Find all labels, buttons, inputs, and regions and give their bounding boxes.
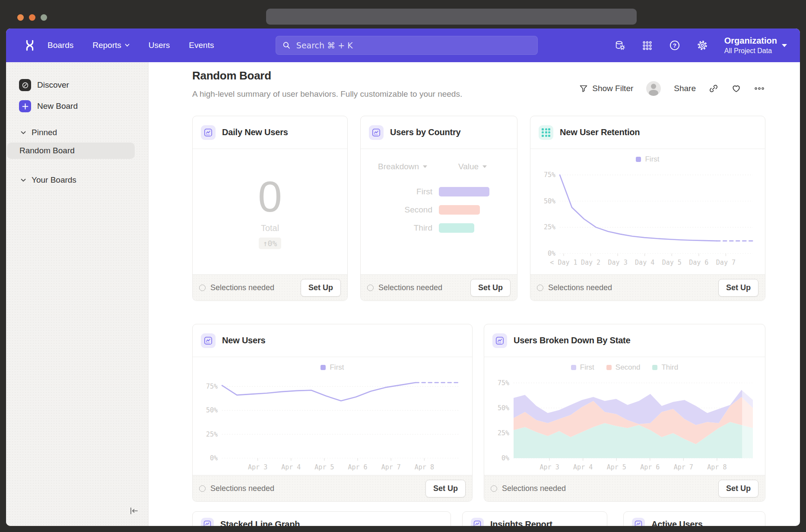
svg-text:Apr 8: Apr 8	[415, 463, 434, 471]
legend-item: Third	[652, 363, 678, 372]
window-zoom-button[interactable]	[41, 14, 47, 21]
more-options-button[interactable]	[754, 87, 765, 90]
bar-second	[439, 205, 480, 215]
svg-text:Apr 7: Apr 7	[674, 463, 693, 471]
nav-item-label: Users	[149, 41, 170, 50]
share-button[interactable]: Share	[674, 84, 696, 93]
nav-item-reports[interactable]: Reports	[92, 41, 130, 50]
show-filter-button[interactable]: Show Filter	[579, 84, 633, 93]
bar-third	[439, 223, 474, 233]
breakdown-dropdown[interactable]: Breakdown	[378, 162, 427, 171]
bar-row: Second	[361, 205, 517, 215]
svg-text:Apr 5: Apr 5	[607, 463, 626, 471]
help-icon[interactable]: ?	[669, 40, 680, 51]
copy-link-button[interactable]	[709, 84, 718, 93]
chart-legend: FirstSecondThird	[484, 363, 765, 372]
set-up-button[interactable]: Set Up	[718, 279, 758, 297]
legend-label: Third	[661, 363, 678, 372]
search-icon	[282, 41, 291, 50]
set-up-button[interactable]: Set Up	[301, 279, 341, 297]
card-header: New User Retention	[530, 116, 765, 149]
funnel-icon	[579, 85, 588, 93]
nav-item-label: Boards	[48, 41, 73, 50]
collapse-sidebar-button[interactable]	[129, 507, 139, 516]
svg-text:Day 2: Day 2	[581, 259, 600, 266]
section-label: Pinned	[32, 128, 57, 137]
line-chart-icon	[471, 518, 484, 526]
legend-item: First	[320, 363, 344, 372]
card-footer: Selections needed Set Up	[484, 475, 765, 501]
legend-item: First	[636, 155, 659, 164]
set-up-button[interactable]: Set Up	[470, 279, 511, 297]
legend-label: First	[645, 155, 659, 164]
card-header: New Users	[193, 324, 472, 357]
nav-item-label: Reports	[92, 41, 121, 50]
line-chart-icon	[369, 125, 384, 140]
sidebar-item-random-board[interactable]: Random Board	[7, 142, 135, 159]
card-header: Users by Country	[361, 116, 517, 149]
card-users-by-country: Users by Country Breakdown Value First	[360, 116, 517, 301]
sidebar-section-your-boards[interactable]: Your Boards	[21, 175, 76, 185]
nav-item-events[interactable]: Events	[189, 41, 214, 50]
retention-line-chart: 75%50%25%0%< Day 1Day 2Day 3Day 4Day 5Da…	[536, 165, 759, 268]
window-minimize-button[interactable]	[29, 14, 35, 21]
card-header: Insights Report	[463, 512, 607, 526]
svg-text:Apr 7: Apr 7	[381, 463, 401, 471]
value-dropdown[interactable]: Value	[458, 162, 487, 171]
card-new-users: New Users First 75%50%25%0%Apr 3Apr 4Apr…	[192, 324, 473, 502]
svg-text:50%: 50%	[498, 404, 509, 412]
line-chart-icon	[201, 333, 216, 348]
section-label: Your Boards	[32, 175, 76, 185]
set-up-button[interactable]: Set Up	[425, 480, 466, 497]
help-glyph: ?	[673, 42, 676, 49]
org-name: Organization	[724, 36, 777, 46]
status-text: Selections needed	[491, 484, 566, 493]
board-actions: Show Filter Share	[579, 81, 765, 96]
line-chart-icon	[492, 333, 507, 348]
bar-first	[439, 187, 489, 196]
svg-text:Apr 4: Apr 4	[281, 463, 301, 471]
card-title: Users Broken Down By State	[514, 336, 630, 345]
legend-label: First	[580, 363, 594, 372]
browser-address-bar[interactable]	[266, 9, 637, 25]
bar-label: Third	[361, 223, 439, 233]
sidebar-item-discover[interactable]: Discover	[19, 79, 69, 91]
sidebar-item-new-board[interactable]: New Board	[19, 100, 78, 112]
kpi-value: 0	[258, 175, 282, 218]
nav-item-boards[interactable]: Boards	[48, 41, 73, 50]
favorite-button[interactable]	[731, 84, 741, 93]
status-circle-icon	[199, 485, 206, 492]
show-filter-label: Show Filter	[592, 84, 633, 93]
chart-legend: First	[530, 155, 765, 164]
org-project-selector[interactable]: Organization All Project Data	[724, 36, 787, 55]
svg-text:50%: 50%	[206, 406, 218, 414]
svg-text:Apr 5: Apr 5	[314, 463, 334, 471]
search-input[interactable]	[295, 40, 531, 51]
heart-icon	[731, 84, 741, 93]
data-management-icon[interactable]	[615, 40, 625, 51]
svg-text:Day 7: Day 7	[716, 259, 736, 266]
sidebar-section-pinned[interactable]: Pinned	[21, 128, 57, 137]
discover-compass-icon	[19, 79, 31, 91]
sidebar-item-label: Discover	[37, 80, 69, 90]
legend-item: Second	[606, 363, 641, 372]
legend-chip	[606, 365, 612, 370]
avatar[interactable]	[646, 81, 661, 96]
chevron-down-icon	[21, 178, 26, 182]
nav-item-users[interactable]: Users	[149, 41, 170, 50]
card-footer: Selections needed Set Up	[193, 475, 472, 501]
settings-gear-icon[interactable]	[697, 40, 708, 51]
card-users-by-state: Users Broken Down By State FirstSecondTh…	[484, 324, 765, 502]
svg-text:Apr 8: Apr 8	[707, 463, 727, 471]
chevron-down-icon	[482, 165, 487, 168]
status-label: Selections needed	[210, 283, 274, 292]
set-up-button[interactable]: Set Up	[718, 480, 758, 497]
apps-grid-icon[interactable]	[642, 40, 653, 51]
bar-label: Second	[361, 205, 439, 215]
global-search[interactable]	[276, 36, 538, 55]
line-chart-icon	[632, 518, 645, 526]
window-close-button[interactable]	[17, 14, 24, 21]
dropdown-label: Value	[458, 162, 479, 171]
legend-chip	[571, 365, 576, 370]
mixpanel-logo-icon[interactable]	[23, 39, 36, 54]
